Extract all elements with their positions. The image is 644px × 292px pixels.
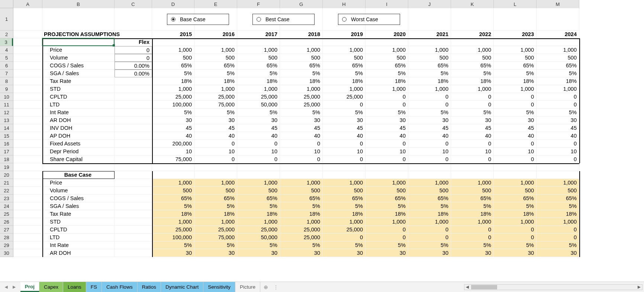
cell-E17[interactable]: 10 [194, 148, 237, 155]
cell-B29[interactable]: Int Rate [42, 241, 115, 249]
cell-D9[interactable]: 1,000 [152, 85, 194, 93]
cell-F3[interactable] [237, 38, 280, 46]
cell-B23[interactable]: COGS / Sales [42, 195, 115, 202]
cell-G20[interactable] [280, 171, 323, 179]
cell-G13[interactable]: 30 [280, 116, 323, 124]
tab-resize-handle[interactable]: ⋮ [271, 282, 280, 292]
cell-F7[interactable]: 5% [237, 70, 280, 77]
cell-G19[interactable] [280, 163, 323, 171]
cell-H12[interactable]: 5% [323, 109, 366, 116]
cell-C12[interactable] [115, 109, 152, 116]
cell-C13[interactable] [115, 116, 152, 124]
cell-F17[interactable]: 10 [237, 148, 280, 155]
cell-D14[interactable]: 45 [152, 124, 194, 132]
cell-A6[interactable] [13, 62, 42, 70]
cell-E28[interactable]: 75,000 [194, 234, 237, 241]
cell-A16[interactable] [13, 140, 42, 148]
cell-F10[interactable]: 25,000 [237, 93, 280, 101]
cell-B13[interactable]: AR DOH [42, 116, 115, 124]
cell-A28[interactable] [13, 234, 42, 241]
cell-K26[interactable]: 1,000 [451, 218, 494, 226]
cell-G3[interactable] [280, 38, 323, 46]
cell-A9[interactable] [13, 85, 42, 93]
cell-K9[interactable]: 1,000 [451, 85, 494, 93]
tab-nav-buttons[interactable]: ◄ ► [0, 282, 20, 292]
cell-M26[interactable]: 1,000 [537, 218, 579, 226]
cell-M15[interactable]: 40 [537, 132, 579, 140]
cell-A23[interactable] [13, 195, 42, 202]
cell-J6[interactable]: 65% [408, 62, 451, 70]
cell-K17[interactable]: 10 [451, 148, 494, 155]
sheet-tab-fs[interactable]: FS [86, 282, 102, 292]
cell-L18[interactable]: 0 [494, 155, 537, 163]
cell-J9[interactable]: 1,000 [408, 85, 451, 93]
cell-E12[interactable]: 5% [194, 109, 237, 116]
cell-J4[interactable]: 1,000 [408, 46, 451, 54]
cell-C20[interactable] [115, 171, 152, 179]
cell-G7[interactable]: 5% [280, 70, 323, 77]
cell-C19[interactable] [115, 163, 152, 171]
cell-L19[interactable] [494, 163, 537, 171]
cell-E8[interactable]: 18% [194, 77, 237, 85]
cell-C4[interactable]: 0 [115, 46, 152, 54]
cell-M16[interactable]: 0 [537, 140, 579, 148]
cell-F16[interactable]: 0 [237, 140, 280, 148]
cell-K18[interactable]: 0 [451, 155, 494, 163]
cell-B8[interactable]: Tax Rate [42, 77, 115, 85]
cell-C22[interactable] [115, 187, 152, 195]
row-header-28[interactable]: 28 [0, 234, 13, 241]
cell-E25[interactable]: 18% [194, 210, 237, 218]
cell-A14[interactable] [13, 124, 42, 132]
cell-J16[interactable]: 0 [408, 140, 451, 148]
cell-A29[interactable] [13, 241, 42, 249]
cell-G18[interactable]: 0 [280, 155, 323, 163]
scenario-radio-base-case[interactable]: Base Case [167, 14, 229, 25]
cell-C17[interactable] [115, 148, 152, 155]
cell-M12[interactable]: 5% [537, 109, 579, 116]
cell-H17[interactable]: 10 [323, 148, 366, 155]
cell-L11[interactable]: 0 [494, 101, 537, 109]
cell-E15[interactable]: 40 [194, 132, 237, 140]
cell-E4[interactable]: 1,000 [194, 46, 237, 54]
cell-H21[interactable]: 1,000 [323, 179, 366, 187]
cell-B6[interactable]: COGS / Sales [42, 62, 115, 70]
cell-M1[interactable] [537, 8, 579, 31]
cell-L10[interactable]: 0 [494, 93, 537, 101]
row-header-17[interactable]: 17 [0, 148, 13, 155]
cell-L28[interactable]: 0 [494, 234, 537, 241]
cell-M18[interactable]: 0 [537, 155, 579, 163]
cell-F30[interactable]: 30 [237, 249, 280, 257]
cell-C27[interactable] [115, 226, 152, 234]
cell-D30[interactable]: 30 [152, 249, 194, 257]
cell-I2[interactable]: 2020 [366, 31, 408, 38]
cell-F28[interactable]: 50,000 [237, 234, 280, 241]
cell-E26[interactable]: 1,000 [194, 218, 237, 226]
cell-C24[interactable] [115, 202, 152, 210]
cell-G16[interactable]: 0 [280, 140, 323, 148]
cell-C6[interactable]: 0.00% [115, 62, 152, 70]
cell-G10[interactable]: 25,000 [280, 93, 323, 101]
cell-K11[interactable]: 0 [451, 101, 494, 109]
cell-M6[interactable]: 65% [537, 62, 579, 70]
cell-K8[interactable]: 18% [451, 77, 494, 85]
cell-M20[interactable] [537, 171, 579, 179]
cell-H9[interactable]: 1,000 [323, 85, 366, 93]
cell-J7[interactable]: 5% [408, 70, 451, 77]
cell-F6[interactable]: 65% [237, 62, 280, 70]
cell-K28[interactable]: 0 [451, 234, 494, 241]
cell-K13[interactable]: 30 [451, 116, 494, 124]
cell-H27[interactable]: 25,000 [323, 226, 366, 234]
row-header-13[interactable]: 13 [0, 116, 13, 124]
cell-J2[interactable]: 2021 [408, 31, 451, 38]
col-header-B[interactable]: B [42, 0, 115, 8]
cell-H19[interactable] [323, 163, 366, 171]
cell-I13[interactable]: 30 [366, 116, 408, 124]
cell-K25[interactable]: 18% [451, 210, 494, 218]
cell-K5[interactable]: 500 [451, 54, 494, 62]
cell-D5[interactable]: 500 [152, 54, 194, 62]
cell-K29[interactable]: 5% [451, 241, 494, 249]
cell-I19[interactable] [366, 163, 408, 171]
cell-J29[interactable]: 5% [408, 241, 451, 249]
scroll-right-icon[interactable]: ► [636, 285, 642, 290]
cell-J21[interactable]: 1,000 [408, 179, 451, 187]
